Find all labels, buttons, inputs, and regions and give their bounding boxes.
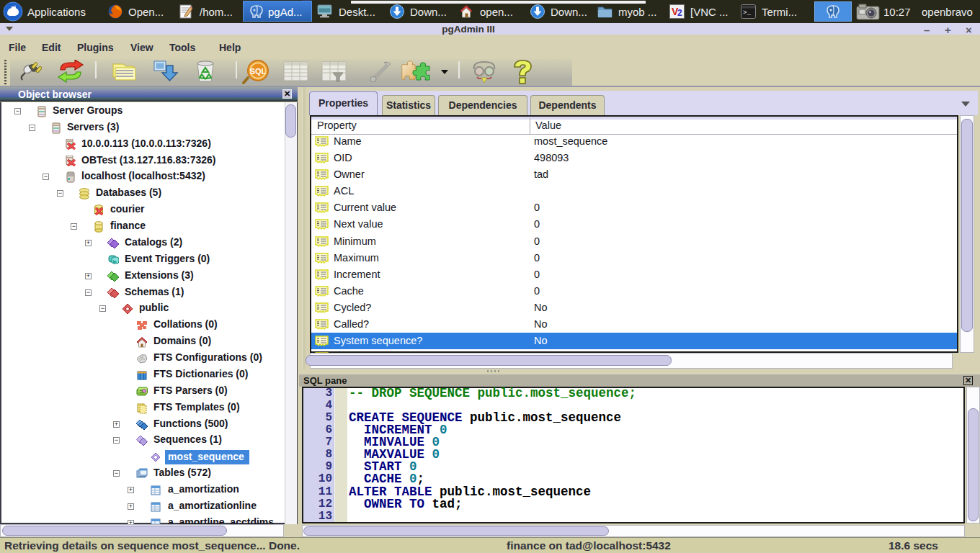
svg-text:2: 2: [677, 8, 682, 18]
svg-text:>_: >_: [743, 9, 751, 17]
svg-text:SQL: SQL: [250, 67, 267, 76]
